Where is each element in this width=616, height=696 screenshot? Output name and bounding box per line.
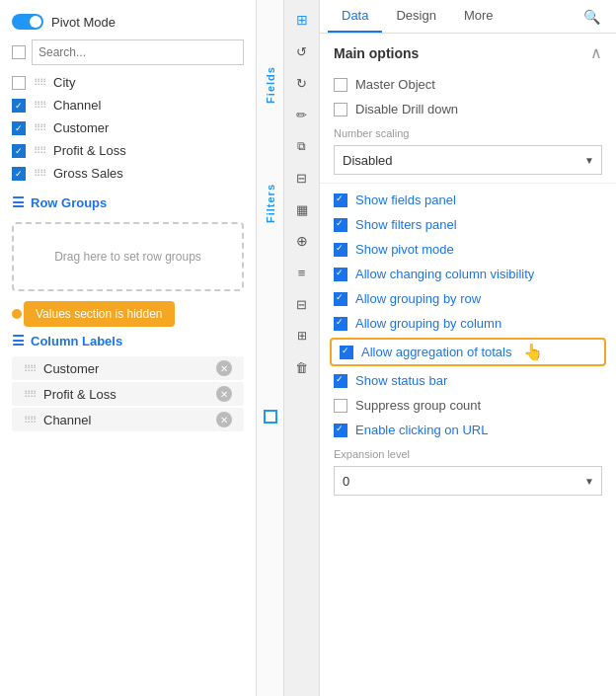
sidebar-icon-grid[interactable]: ⊞ — [288, 6, 316, 34]
show-status-row: Show status bar — [320, 368, 616, 393]
sidebar-icons-panel: ⊞ ↺ ↻ ✏ ⧉ ⊟ ▦ ⊕ ≡ ⊟ ⊞ 🗑 — [284, 0, 320, 696]
column-labels-header: ☰ Column Labels — [0, 327, 256, 354]
values-hidden-tooltip: Values section is hidden — [24, 301, 175, 327]
allow-aggregation-label: Allow aggregation of totals — [361, 345, 511, 359]
show-fields-label: Show fields panel — [355, 193, 456, 207]
sidebar-icon-edit[interactable]: ✏ — [288, 101, 316, 128]
col-channel-drag[interactable]: ⠿⠿ — [24, 415, 36, 425]
col-customer-remove[interactable]: ✕ — [216, 360, 232, 376]
allow-group-row-row: Allow grouping by row — [320, 286, 616, 311]
expansion-level-label: Expansion level — [320, 442, 616, 462]
gross-sales-checkbox[interactable] — [12, 167, 26, 181]
tab-more[interactable]: More — [450, 0, 507, 33]
tab-data[interactable]: Data — [328, 0, 382, 33]
master-object-checkbox[interactable] — [334, 78, 347, 92]
right-panel: Data Design More 🔍 Main options ∧ Master… — [320, 0, 616, 696]
city-drag-handle[interactable]: ⠿⠿ — [34, 77, 45, 88]
disable-drill-checkbox[interactable] — [334, 103, 347, 116]
allow-col-vis-checkbox[interactable] — [334, 268, 347, 281]
values-hidden-row: Values section is hidden — [0, 303, 256, 325]
sidebar-icon-flow[interactable]: ⊞ — [288, 322, 316, 349]
number-scaling-select[interactable]: Disabled Auto Thousands Millions — [334, 145, 602, 175]
allow-col-vis-row: Allow changing column visibility — [320, 262, 616, 286]
col-customer-text: Customer — [43, 361, 208, 376]
sidebar-icon-plus[interactable]: ⊕ — [288, 227, 316, 255]
cursor-pointer-icon: 👆 — [523, 343, 543, 361]
pivot-mode-label: Pivot Mode — [51, 15, 116, 30]
sidebar-icon-lines[interactable]: ≡ — [288, 259, 316, 286]
suppress-group-label: Suppress group count — [355, 398, 481, 413]
row-groups-placeholder: Drag here to set row groups — [54, 250, 201, 264]
disable-drill-label: Disable Drill down — [355, 102, 458, 116]
pivot-mode-row: Pivot Mode — [0, 8, 256, 36]
profit-loss-drag-handle[interactable]: ⠿⠿ — [34, 145, 45, 156]
main-options-title-row: Main options ∧ — [320, 34, 616, 72]
row-groups-label: Row Groups — [31, 195, 107, 210]
tab-search-icon[interactable]: 🔍 — [576, 1, 608, 33]
show-fields-checkbox[interactable] — [334, 193, 347, 207]
tabs-bar: Data Design More 🔍 — [320, 0, 616, 34]
values-hidden-dot — [12, 309, 22, 319]
sidebar-icon-copy[interactable]: ⧉ — [288, 132, 316, 160]
show-pivot-checkbox[interactable] — [334, 243, 347, 257]
allow-aggregation-checkbox[interactable] — [340, 346, 353, 359]
field-item-profit-loss[interactable]: ⠿⠿ Profit & Loss — [0, 139, 256, 162]
master-object-label: Master Object — [355, 77, 435, 92]
col-profit-drag[interactable]: ⠿⠿ — [24, 389, 36, 400]
show-filters-checkbox[interactable] — [334, 218, 347, 232]
enable-url-label: Enable clicking on URL — [355, 423, 488, 437]
fields-strip-label: Fields — [265, 66, 276, 104]
col-customer-drag[interactable]: ⠿⠿ — [24, 363, 36, 374]
sidebar-icon-filter[interactable]: ⊟ — [288, 164, 316, 192]
show-filters-row: Show filters panel — [320, 212, 616, 237]
main-options-title: Main options — [334, 45, 419, 61]
number-scaling-label: Number scaling — [320, 121, 616, 141]
channel-drag-handle[interactable]: ⠿⠿ — [34, 100, 45, 111]
master-object-row: Master Object — [320, 72, 616, 97]
row-groups-drag-zone[interactable]: Drag here to set row groups — [12, 222, 244, 291]
sidebar-icon-redo[interactable]: ↻ — [288, 69, 316, 97]
select-all-checkbox[interactable] — [12, 45, 26, 59]
gross-sales-drag-handle[interactable]: ⠿⠿ — [34, 168, 45, 179]
number-scaling-row: Disabled Auto Thousands Millions — [320, 141, 616, 179]
show-status-label: Show status bar — [355, 373, 447, 388]
pivot-mode-toggle[interactable] — [12, 14, 43, 30]
sidebar-icon-undo[interactable]: ↺ — [288, 38, 316, 65]
col-channel-remove[interactable]: ✕ — [216, 412, 232, 427]
row-groups-header: ☰ Row Groups — [0, 187, 256, 218]
expansion-level-select[interactable]: 0 1 2 3 — [334, 466, 602, 496]
field-item-city[interactable]: ⠿⠿ City — [0, 71, 256, 94]
search-input[interactable] — [32, 39, 244, 65]
divider-1 — [320, 183, 616, 184]
field-item-gross-sales[interactable]: ⠿⠿ Gross Sales — [0, 162, 256, 185]
allow-group-row-checkbox[interactable] — [334, 292, 347, 306]
customer-drag-handle[interactable]: ⠿⠿ — [34, 122, 45, 133]
customer-checkbox[interactable] — [12, 121, 26, 135]
allow-group-col-label: Allow grouping by column — [355, 316, 501, 331]
field-list: ⠿⠿ City ⠿⠿ Channel ⠿⠿ Customer ⠿⠿ Profit… — [0, 69, 256, 187]
city-checkbox[interactable] — [12, 76, 26, 90]
field-item-customer[interactable]: ⠿⠿ Customer — [0, 116, 256, 139]
show-status-checkbox[interactable] — [334, 374, 347, 388]
channel-checkbox[interactable] — [12, 99, 26, 113]
profit-loss-checkbox[interactable] — [12, 144, 26, 158]
col-profit-remove[interactable]: ✕ — [216, 386, 232, 402]
col-item-profit-loss: ⠿⠿ Profit & Loss ✕ — [12, 382, 244, 406]
col-profit-text: Profit & Loss — [43, 387, 208, 402]
sidebar-icon-delete[interactable]: 🗑 — [288, 353, 316, 381]
suppress-group-checkbox[interactable] — [334, 399, 347, 413]
sidebar-icon-bar[interactable]: ▦ — [288, 195, 316, 223]
col-item-channel: ⠿⠿ Channel ✕ — [12, 408, 244, 431]
sidebar-icon-minus[interactable]: ⊟ — [288, 290, 316, 318]
expansion-level-wrapper: 0 1 2 3 — [334, 466, 602, 496]
col-channel-text: Channel — [43, 413, 208, 427]
right-content: Main options ∧ Master Object Disable Dri… — [320, 34, 616, 696]
allow-group-col-checkbox[interactable] — [334, 317, 347, 331]
enable-url-checkbox[interactable] — [334, 424, 347, 437]
tab-design[interactable]: Design — [382, 0, 449, 33]
show-pivot-label: Show pivot mode — [355, 242, 454, 257]
collapse-icon[interactable]: ∧ — [590, 43, 602, 62]
field-item-channel[interactable]: ⠿⠿ Channel — [0, 94, 256, 116]
filters-strip-label: Filters — [265, 184, 276, 223]
allow-aggregation-row: Allow aggregation of totals 👆 — [330, 338, 606, 366]
